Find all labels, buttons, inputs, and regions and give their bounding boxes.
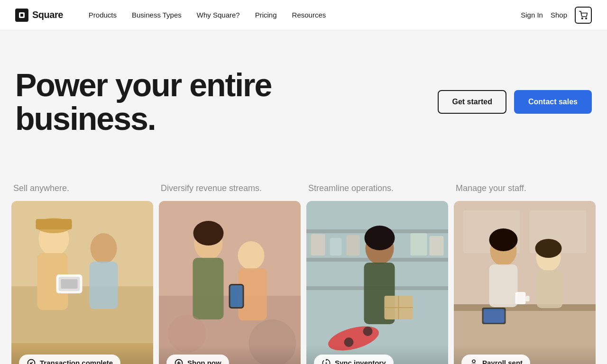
sync-icon [322,358,331,364]
plus-icon [174,358,184,364]
svg-rect-59 [537,270,563,308]
svg-point-45 [363,327,373,336]
svg-point-42 [365,226,395,250]
nav-why-square[interactable]: Why Square? [190,7,247,23]
cards-section: Sell anywhere. Diversify revenue streams… [0,164,607,364]
card-staff-svg [454,201,596,364]
nav-business-types[interactable]: Business Types [125,7,188,23]
transaction-badge-label: Transaction complete [40,359,113,364]
svg-point-65 [472,360,475,363]
svg-rect-25 [230,285,243,307]
payroll-badge-label: Payroll sent [482,359,523,364]
nav-pricing[interactable]: Pricing [248,7,284,23]
svg-rect-37 [347,235,360,255]
svg-rect-62 [526,296,530,301]
svg-point-49 [326,363,327,364]
nav-resources[interactable]: Resources [285,7,333,23]
contact-sales-button[interactable]: Contact sales [514,90,592,114]
label-revenue: Diversify revenue streams. [159,183,301,193]
svg-point-21 [193,221,224,246]
svg-rect-35 [311,234,325,255]
card-operations-svg [306,201,448,364]
cart-icon [579,11,588,19]
svg-point-10 [91,233,117,264]
square-svg [18,11,26,19]
card-sell-overlay: Transaction complete [11,345,153,364]
card-revenue[interactable]: Shop now [159,201,301,364]
checkmark-icon [27,358,36,364]
shop-now-badge-label: Shop now [187,359,221,364]
hero-title: Power your entire business. [15,68,395,136]
card-staff-overlay: Payroll sent [454,345,596,364]
sign-in-link[interactable]: Sign In [521,11,543,19]
shop-now-badge: Shop now [166,355,229,364]
logo-text: Square [32,9,63,20]
svg-rect-14 [61,279,78,289]
card-operations-image [306,201,448,364]
svg-rect-11 [90,262,118,309]
svg-rect-52 [454,304,596,311]
sync-badge-label: Sync inventory [335,359,386,364]
svg-point-2 [582,18,583,18]
navbar: Square Products Business Types Why Squar… [0,0,607,30]
logo[interactable]: Square [15,9,63,22]
label-sell: Sell anywhere. [11,183,153,193]
sync-badge: Sync inventory [314,355,394,364]
nav-links: Products Business Types Why Square? Pric… [82,7,521,23]
svg-rect-38 [411,233,427,255]
svg-point-60 [535,239,562,258]
svg-rect-64 [484,309,505,323]
svg-rect-36 [330,238,342,255]
svg-rect-20 [193,258,224,319]
shop-link[interactable]: Shop [551,11,567,19]
card-sell-svg [11,201,153,364]
card-revenue-overlay: Shop now [159,345,301,364]
svg-rect-9 [36,219,72,229]
person-icon [469,358,478,364]
svg-point-22 [238,241,265,270]
card-sell[interactable]: Transaction complete [11,201,153,364]
card-sell-image [11,201,153,364]
transaction-badge: Transaction complete [19,355,120,364]
svg-rect-1 [20,14,23,17]
payroll-badge: Payroll sent [461,355,530,364]
label-operations: Streamline operations. [306,183,448,193]
svg-rect-56 [489,264,518,307]
label-staff: Manage your staff. [454,183,596,193]
get-started-button[interactable]: Get started [438,90,506,114]
cards-grid: Transaction complete [11,201,596,364]
svg-rect-39 [430,236,444,255]
svg-rect-61 [515,292,526,304]
card-operations[interactable]: Sync inventory [306,201,448,364]
svg-point-57 [489,228,518,251]
card-revenue-svg [159,201,301,364]
card-staff-image [454,201,596,364]
card-staff[interactable]: Payroll sent [454,201,596,364]
hero-cta-group: Get started Contact sales [438,90,592,114]
hero-section: Power your entire business. Get started … [0,30,607,164]
square-logo-icon [15,9,28,22]
svg-point-3 [586,18,587,18]
cart-button[interactable] [575,7,592,24]
cards-labels: Sell anywhere. Diversify revenue streams… [11,183,596,193]
card-revenue-image [159,201,301,364]
card-operations-overlay: Sync inventory [306,345,448,364]
nav-right: Sign In Shop [521,7,592,24]
nav-products[interactable]: Products [82,7,123,23]
